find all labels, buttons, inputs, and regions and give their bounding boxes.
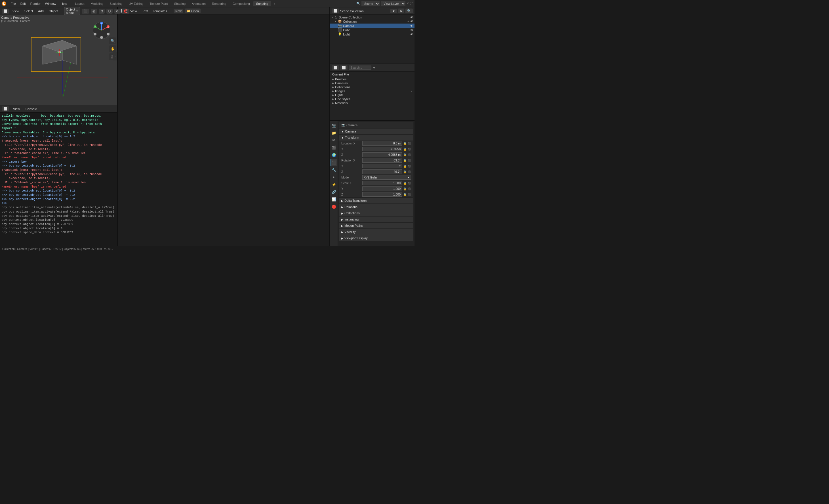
text-view-menu[interactable]: View bbox=[129, 9, 139, 13]
tab-shading[interactable]: Shading bbox=[171, 1, 188, 6]
scale-z-lock[interactable]: 🔒 bbox=[403, 193, 406, 196]
outliner-item-scene-collection[interactable]: ▼🗂Scene Collection👁 bbox=[330, 15, 414, 19]
menu-render[interactable]: Render bbox=[28, 1, 43, 6]
scale-z-animate[interactable]: ⚫ bbox=[408, 193, 411, 196]
add-workspace-button[interactable]: + bbox=[272, 1, 277, 6]
outliner-visibility-eye-icon[interactable]: 👁 bbox=[410, 33, 413, 36]
console-body[interactable]: Builtin Modules: bpy, bpy.data, bpy.ops,… bbox=[0, 113, 117, 246]
viewport-select-menu[interactable]: Select bbox=[23, 9, 35, 13]
props-tab-data[interactable]: 📊 bbox=[330, 196, 337, 203]
scale-x-lock[interactable]: 🔒 bbox=[403, 182, 406, 185]
viewport-add-menu[interactable]: Add bbox=[36, 9, 45, 13]
navigation-gizmo[interactable]: Z X Y bbox=[92, 21, 111, 40]
props-tab-scene[interactable]: 🎬 bbox=[330, 144, 337, 151]
zoom-in-btn[interactable]: 🔍 bbox=[109, 37, 116, 44]
menu-edit[interactable]: Edit bbox=[18, 1, 28, 6]
text-new-button[interactable]: New bbox=[174, 9, 183, 13]
outliner-item-cube[interactable]: ⬛Cube👁 bbox=[330, 28, 414, 32]
viewport-display-header[interactable]: Viewport Display bbox=[339, 235, 413, 241]
viewport-body[interactable]: Camera Perspective (1) Collection | Came… bbox=[0, 15, 117, 97]
rotation-y-lock[interactable]: 🔒 bbox=[403, 165, 406, 168]
scene-selector[interactable]: Scene bbox=[361, 1, 380, 6]
location-y-lock[interactable]: 🔒 bbox=[403, 148, 406, 151]
rotation-x-lock[interactable]: 🔒 bbox=[403, 159, 406, 162]
location-z-field[interactable]: 4.9583 m bbox=[362, 152, 402, 157]
relations-header[interactable]: Relations bbox=[339, 204, 413, 210]
location-y-field[interactable]: -6.9258 bbox=[362, 147, 402, 151]
visibility-header[interactable]: Visibility bbox=[339, 229, 413, 235]
viewport-overlay-btn[interactable]: ⬛ bbox=[82, 9, 89, 13]
props-tab-output[interactable]: 📁 bbox=[330, 130, 337, 136]
data-browser-item-line styles[interactable]: ▶Line Styles bbox=[331, 97, 413, 101]
props-tab-particles[interactable]: ✦ bbox=[330, 174, 337, 180]
scale-y-lock[interactable]: 🔒 bbox=[403, 187, 406, 190]
viewport-view-menu[interactable]: View bbox=[11, 9, 21, 13]
props-tab-physics[interactable]: ⚡ bbox=[330, 181, 337, 188]
scale-z-field[interactable]: 1.000 bbox=[362, 192, 402, 197]
tab-sculpting[interactable]: Sculpting bbox=[107, 1, 125, 6]
viewport-snap-btn[interactable]: 🧲 bbox=[122, 9, 130, 13]
pan-btn[interactable]: ✋ bbox=[109, 45, 116, 52]
data-browser-item-collections[interactable]: ▶Collections bbox=[331, 85, 413, 89]
motion-paths-header[interactable]: Motion Paths bbox=[339, 223, 413, 228]
location-x-lock[interactable]: 🔒 bbox=[403, 142, 406, 145]
props-tab-view[interactable]: 👁 bbox=[330, 137, 337, 144]
outliner-visibility-eye-icon[interactable]: 👁 bbox=[410, 28, 413, 32]
transform-section-header[interactable]: Transform bbox=[339, 135, 413, 141]
outliner-item-collection[interactable]: ▼📦Collection✓👁 bbox=[330, 19, 414, 24]
props-tab-object[interactable]: ⬛ bbox=[330, 159, 337, 166]
props-tab-constraints[interactable]: 🔗 bbox=[330, 188, 337, 195]
delta-transform-header[interactable]: Delta Transform bbox=[339, 198, 413, 204]
fullscreen-icon[interactable]: ⛶ bbox=[410, 2, 413, 5]
console-view-menu[interactable]: View bbox=[11, 107, 22, 111]
text-text-menu[interactable]: Text bbox=[140, 9, 149, 13]
outliner-visibility-eye-icon[interactable]: 👁 bbox=[410, 24, 413, 28]
viewport-proportional-btn[interactable]: ⊙ bbox=[114, 9, 120, 13]
instancing-header[interactable]: Instancing bbox=[339, 217, 413, 222]
outliner-settings-btn[interactable]: ⚙ bbox=[398, 8, 404, 13]
outliner-visibility-eye-icon[interactable]: 👁 bbox=[410, 15, 413, 19]
outliner-item-camera[interactable]: 📷Camera👁 bbox=[330, 24, 414, 28]
location-y-animate[interactable]: ⚫ bbox=[408, 148, 411, 151]
tab-compositing[interactable]: Compositing bbox=[230, 1, 253, 6]
viewport-shading-wire[interactable]: ⬡ bbox=[106, 9, 113, 13]
scale-x-field[interactable]: 1.000 bbox=[362, 181, 402, 185]
scale-y-field[interactable]: 1.000 bbox=[362, 186, 402, 191]
location-x-animate[interactable]: ⚫ bbox=[408, 142, 411, 145]
tab-modeling[interactable]: Modeling bbox=[88, 1, 106, 6]
camera-section-header[interactable]: Camera bbox=[339, 129, 413, 134]
scale-y-animate[interactable]: ⚫ bbox=[408, 187, 411, 190]
viewport-editor-type[interactable]: ⬜ bbox=[2, 9, 9, 13]
viewport-object-menu[interactable]: Object bbox=[47, 9, 60, 13]
outliner-search-btn[interactable]: 🔍 bbox=[405, 8, 413, 13]
blender-logo[interactable] bbox=[1, 1, 7, 6]
rotation-z-field[interactable]: 46.7° bbox=[362, 170, 402, 174]
text-open-button[interactable]: 📂 Open bbox=[185, 8, 201, 13]
data-browser-item-images[interactable]: ▶Images2 bbox=[331, 89, 413, 93]
collections-header[interactable]: Collections bbox=[339, 210, 413, 216]
props-tab-world[interactable]: 🌍 bbox=[330, 151, 337, 158]
outliner-item-arrow[interactable]: ▼ bbox=[331, 16, 333, 19]
menu-file[interactable]: File bbox=[8, 1, 18, 6]
tab-layout[interactable]: Layout bbox=[72, 1, 87, 6]
scale-x-animate[interactable]: ⚫ bbox=[408, 182, 411, 185]
object-mode-selector[interactable]: Object Mode ▼ bbox=[64, 7, 80, 15]
tab-texture-paint[interactable]: Texture Paint bbox=[147, 1, 171, 6]
tab-animation[interactable]: Animation bbox=[189, 1, 209, 6]
data-browser-search[interactable] bbox=[349, 66, 371, 70]
viewport-xray-btn[interactable]: ⊡ bbox=[99, 9, 105, 13]
data-browser-editor-type[interactable]: ⬜ bbox=[332, 65, 339, 70]
location-z-animate[interactable]: ⚫ bbox=[408, 153, 411, 156]
outliner-item-light[interactable]: 💡Light👁 bbox=[330, 32, 414, 36]
data-browser-item-brushes[interactable]: ▶Brushes bbox=[331, 77, 413, 81]
outliner-item-checkbox[interactable]: ✓ bbox=[407, 20, 410, 23]
data-browser-item-lights[interactable]: ▶Lights bbox=[331, 93, 413, 97]
menu-window[interactable]: Window bbox=[43, 1, 59, 6]
props-tab-material[interactable]: 🔴 bbox=[330, 203, 337, 210]
close-icon[interactable]: ✕ bbox=[406, 2, 409, 5]
tab-uv-editing[interactable]: UV Editing bbox=[126, 1, 146, 6]
props-tab-render[interactable]: 📷 bbox=[330, 122, 337, 129]
props-tab-modifier[interactable]: 🔧 bbox=[330, 166, 337, 173]
text-editor-body[interactable] bbox=[118, 15, 329, 246]
rotation-z-lock[interactable]: 🔒 bbox=[403, 170, 406, 173]
